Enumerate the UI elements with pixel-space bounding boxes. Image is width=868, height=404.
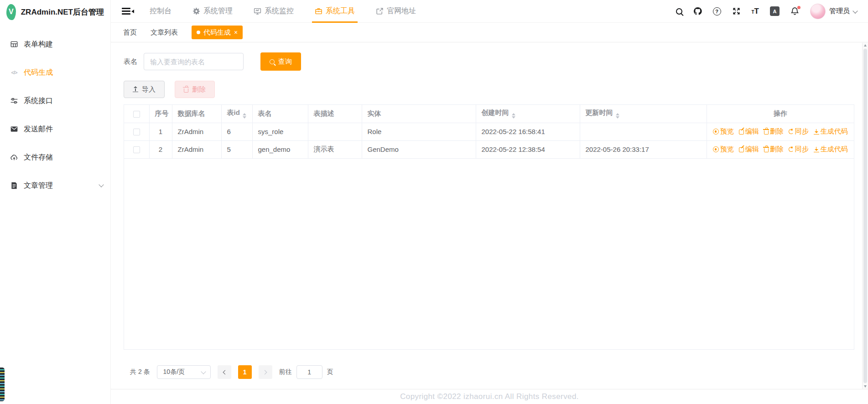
sliders-icon xyxy=(10,97,18,105)
table-row[interactable]: 2 ZrAdmin 5 gen_demo 演示表 GenDemo 2022-05… xyxy=(124,140,854,158)
row-checkbox[interactable] xyxy=(133,129,140,135)
sort-icon[interactable] xyxy=(616,113,619,119)
select-all-checkbox[interactable] xyxy=(133,111,140,118)
sidebar-item-send-mail[interactable]: 发送邮件 xyxy=(0,115,110,143)
translate-icon[interactable]: A xyxy=(770,6,780,16)
edit-link[interactable]: 编辑 xyxy=(739,145,759,154)
sidebar-item-file-storage[interactable]: 文件存储 xyxy=(0,143,110,171)
prev-page-button[interactable] xyxy=(218,365,231,379)
top-nav-menu: 控制台 系统管理 系统监控 xyxy=(150,0,416,22)
app-root: V ZRAdmin.NET后台管理 表单构建 </> 代码生成 系统接口 xyxy=(0,0,868,404)
monitor-icon xyxy=(254,7,261,15)
page-size-select[interactable]: 10条/页 xyxy=(157,365,211,379)
sync-link[interactable]: 同步 xyxy=(789,127,809,136)
user-menu[interactable]: 管理员 xyxy=(810,4,857,19)
scroll-down-icon[interactable] xyxy=(863,384,868,389)
cell-table-name: sys_role xyxy=(252,123,308,140)
nav-item-label: 系统监控 xyxy=(265,6,294,16)
column-header-database: 数据库名 xyxy=(172,105,221,123)
cell-updated: 2022-05-26 20:33:17 xyxy=(580,140,707,158)
sync-link[interactable]: 同步 xyxy=(789,145,809,154)
notification-bell-icon[interactable] xyxy=(790,7,799,16)
tag-tabs-bar: 首页 文章列表 代码生成 × xyxy=(111,23,868,42)
sidebar-item-label: 表单构建 xyxy=(24,40,53,49)
table-row[interactable]: 1 ZrAdmin 6 sys_role Role 2022-05-22 16:… xyxy=(124,123,854,140)
nav-item-system-monitor[interactable]: 系统监控 xyxy=(254,0,294,22)
search-form: 表名 查询 xyxy=(124,52,854,71)
app-logo[interactable]: V ZRAdmin.NET后台管理 xyxy=(0,0,110,24)
scroll-up-icon[interactable] xyxy=(863,43,868,48)
trash-icon xyxy=(764,130,769,135)
gear-icon xyxy=(192,7,200,15)
preview-link[interactable]: 预览 xyxy=(713,127,734,136)
import-button[interactable]: 导入 xyxy=(124,81,165,98)
top-navbar: 控制台 系统管理 系统监控 xyxy=(111,0,868,23)
query-button[interactable]: 查询 xyxy=(260,52,301,71)
font-size-icon[interactable]: TT xyxy=(752,8,759,15)
sidebar-item-article-management[interactable]: 文章管理 xyxy=(0,171,110,200)
edit-icon xyxy=(739,129,744,135)
scrollbar-thumb[interactable] xyxy=(863,49,867,383)
cell-seq: 2 xyxy=(149,140,172,158)
table-name-input[interactable] xyxy=(144,53,244,70)
floating-widget[interactable] xyxy=(0,368,5,401)
preview-link[interactable]: 预览 xyxy=(713,145,734,154)
column-header-table-name: 表名 xyxy=(252,105,308,123)
sidebar-item-code-generation[interactable]: </> 代码生成 xyxy=(0,58,110,87)
edit-link[interactable]: 编辑 xyxy=(739,127,759,136)
nav-item-label: 控制台 xyxy=(150,6,172,16)
delete-link[interactable]: 删除 xyxy=(764,127,784,136)
copyright-footer: Copyright ©2022 izhaorui.cn All Rights R… xyxy=(111,389,868,404)
sort-icon[interactable] xyxy=(512,113,515,119)
column-header-table-id[interactable]: 表id xyxy=(221,105,252,123)
nav-item-system-management[interactable]: 系统管理 xyxy=(192,0,233,22)
vertical-scrollbar[interactable] xyxy=(862,43,868,389)
sidebar-item-form-builder[interactable]: 表单构建 xyxy=(0,30,110,58)
column-header-created[interactable]: 创建时间 xyxy=(476,105,580,123)
column-header-updated[interactable]: 更新时间 xyxy=(580,105,707,123)
delete-button[interactable]: 删除 xyxy=(175,81,215,98)
next-page-button[interactable] xyxy=(259,365,272,379)
nav-item-label: 官网地址 xyxy=(387,6,416,16)
cloud-upload-icon xyxy=(10,153,18,161)
sidebar-item-label: 发送邮件 xyxy=(24,124,53,134)
nav-item-label: 系统管理 xyxy=(203,6,233,16)
sidebar-collapse-icon[interactable] xyxy=(122,8,130,15)
github-icon[interactable] xyxy=(693,7,702,16)
cell-entity: GenDemo xyxy=(362,140,476,158)
delete-link[interactable]: 删除 xyxy=(764,145,784,154)
table-toolbar: 导入 删除 xyxy=(124,81,854,98)
tab-article-list[interactable]: 文章列表 xyxy=(151,28,178,37)
sidebar-item-label: 代码生成 xyxy=(24,68,53,78)
total-count: 共 2 条 xyxy=(130,368,150,376)
sidebar-item-label: 系统接口 xyxy=(24,96,53,106)
generate-code-link[interactable]: 生成代码 xyxy=(814,145,848,154)
table-name-label: 表名 xyxy=(124,57,137,66)
logo-icon: V xyxy=(6,4,16,20)
generate-code-link[interactable]: 生成代码 xyxy=(814,127,848,136)
cell-database: ZrAdmin xyxy=(172,123,221,140)
fullscreen-icon[interactable] xyxy=(732,7,741,16)
tab-close-icon[interactable]: × xyxy=(234,29,238,36)
tab-code-generation[interactable]: 代码生成 × xyxy=(192,26,243,39)
sort-icon[interactable] xyxy=(243,113,246,119)
nav-item-system-tools[interactable]: 系统工具 xyxy=(315,0,355,22)
nav-item-official-site[interactable]: 官网地址 xyxy=(376,0,416,22)
page-number-current[interactable]: 1 xyxy=(238,365,252,379)
tab-home[interactable]: 首页 xyxy=(123,28,137,37)
search-icon xyxy=(270,59,275,64)
help-icon[interactable]: ? xyxy=(713,7,721,16)
main-area: 控制台 系统管理 系统监控 xyxy=(111,0,868,404)
search-icon[interactable] xyxy=(676,8,682,15)
row-checkbox[interactable] xyxy=(133,146,140,153)
goto-page-input[interactable] xyxy=(296,365,322,379)
mail-icon xyxy=(10,125,18,133)
cell-table-desc: 演示表 xyxy=(308,140,362,158)
pagination: 共 2 条 10条/页 1 前往 页 xyxy=(130,365,854,379)
cell-database: ZrAdmin xyxy=(172,140,221,158)
grid-icon xyxy=(10,40,18,48)
cell-seq: 1 xyxy=(149,123,172,140)
cell-table-name: gen_demo xyxy=(252,140,308,158)
nav-item-console[interactable]: 控制台 xyxy=(150,0,172,22)
sidebar-item-system-api[interactable]: 系统接口 xyxy=(0,87,110,115)
